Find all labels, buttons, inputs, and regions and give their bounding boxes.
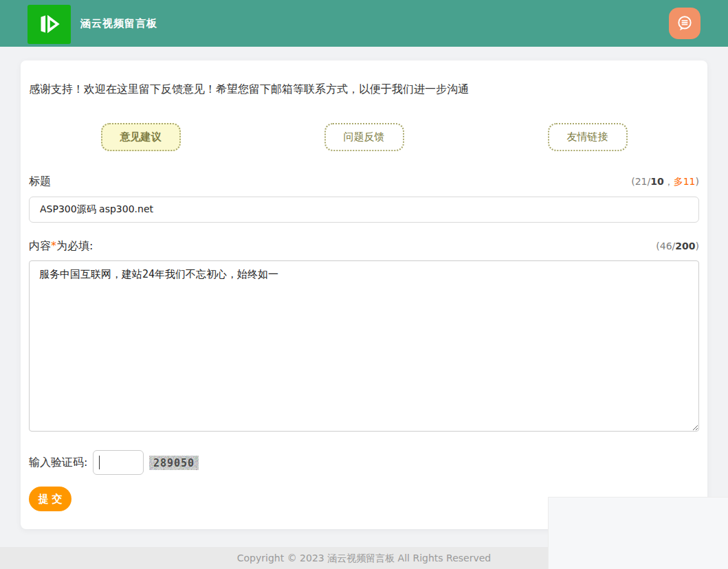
chat-button[interactable] xyxy=(669,8,701,39)
captcha-image: 289050 xyxy=(149,456,199,470)
play-logo-icon xyxy=(34,10,65,38)
content-field-head: 内容*为必填: (46/200) xyxy=(29,239,699,254)
title-counter-sep: ， xyxy=(664,176,674,187)
submit-button[interactable]: 提 交 xyxy=(29,487,71,511)
title-counter-limit: 10 xyxy=(650,176,663,187)
captcha-input[interactable] xyxy=(93,450,144,475)
title-input[interactable] xyxy=(29,197,699,223)
content-textarea[interactable]: 服务中国互联网，建站24年我们不忘初心，始终如一 xyxy=(29,260,699,432)
content-counter-limit: 200 xyxy=(675,241,695,252)
captcha-code-text: 289050 xyxy=(153,457,195,469)
title-field-head: 标题 (21/10，多11) xyxy=(29,175,699,189)
tab-friend-links[interactable]: 友情链接 xyxy=(548,123,628,151)
tab-suggestion[interactable]: 意见建议 xyxy=(101,123,181,151)
required-asterisk: * xyxy=(51,239,56,252)
text-caret xyxy=(99,456,100,469)
overlay-panel xyxy=(548,497,728,569)
intro-text: 感谢支持！欢迎在这里留下反馈意见！希望您留下邮箱等联系方式，以便于我们进一步沟通 xyxy=(29,82,699,97)
content-label-main: 内容 xyxy=(29,239,51,252)
content-label-suffix: 为必填: xyxy=(56,239,93,252)
title-counter-close: ) xyxy=(696,176,699,187)
feedback-card: 感谢支持！欢迎在这里留下反馈意见！希望您留下邮箱等联系方式，以便于我们进一步沟通… xyxy=(21,60,707,529)
captcha-label: 输入验证码: xyxy=(29,456,87,470)
title-char-counter: (21/10，多11) xyxy=(631,176,699,188)
title-counter-current: (21/ xyxy=(631,176,650,187)
captcha-row: 输入验证码: 289050 xyxy=(29,450,699,475)
content-label: 内容*为必填: xyxy=(29,239,93,254)
content-char-counter: (46/200) xyxy=(656,241,699,252)
chat-bubble-icon xyxy=(676,14,694,32)
content-counter-close: ) xyxy=(696,241,699,252)
tab-problem-feedback[interactable]: 问题反馈 xyxy=(324,123,404,151)
copyright-text: Copyright © 2023 涵云视频留言板 All Rights Rese… xyxy=(237,553,491,564)
title-label: 标题 xyxy=(29,175,51,189)
app-title: 涵云视频留言板 xyxy=(80,17,157,30)
title-counter-overflow: 多11 xyxy=(674,176,696,187)
app-logo xyxy=(27,5,71,44)
app-header: 涵云视频留言板 xyxy=(0,0,728,47)
category-tabs: 意见建议 问题反馈 友情链接 xyxy=(29,123,699,151)
content-counter-current: (46/ xyxy=(656,241,675,252)
captcha-input-wrap xyxy=(93,450,144,475)
